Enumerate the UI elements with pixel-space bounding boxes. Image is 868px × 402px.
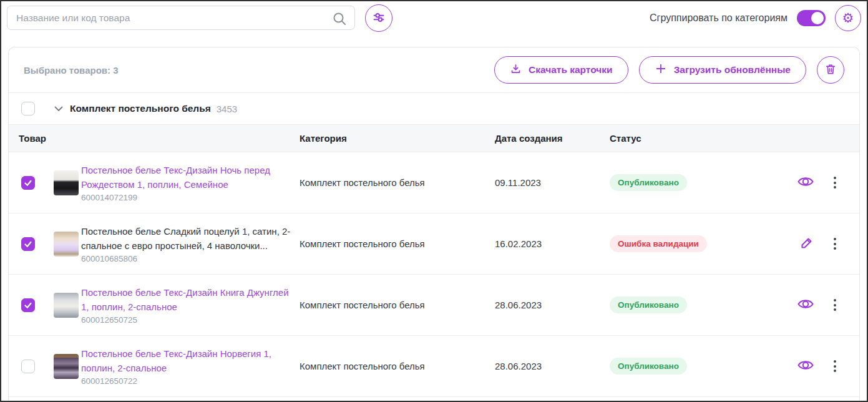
settings-button[interactable]: ⚙ bbox=[835, 5, 861, 31]
product-thumbnail[interactable] bbox=[54, 293, 79, 318]
row-checkbox[interactable] bbox=[21, 298, 35, 312]
product-thumbnail[interactable] bbox=[54, 170, 79, 195]
product-title-link[interactable]: Постельное белье Текс-Дизайн Книга Джунг… bbox=[81, 285, 291, 315]
column-header-status: Статус bbox=[610, 133, 753, 144]
topbar-right: Сгруппировать по категориям ⚙ bbox=[650, 5, 861, 31]
chevron-down-icon[interactable] bbox=[54, 106, 63, 112]
product-category: Комплект постельного белья bbox=[300, 361, 495, 371]
product-title-link[interactable]: Постельное белье Текс-Дизайн Норвегия 1,… bbox=[81, 346, 291, 376]
kebab-dot bbox=[834, 238, 836, 240]
view-button[interactable] bbox=[797, 175, 814, 190]
bulk-actions: Скачать карточки Загрузить обновлённые bbox=[494, 56, 844, 84]
group-checkbox[interactable] bbox=[21, 102, 35, 115]
product-title-link[interactable]: Постельное белье Сладкий поцелуй 1, сати… bbox=[81, 224, 291, 253]
status-badge: Опубликовано bbox=[610, 174, 687, 191]
product-title-cell: Постельное белье Текс-Дизайн Норвегия 1,… bbox=[80, 346, 300, 386]
row-menu-button[interactable] bbox=[831, 237, 839, 251]
product-title-link[interactable]: Постельное белье Текс-Дизайн Ночь перед … bbox=[81, 163, 291, 192]
row-menu-button[interactable] bbox=[831, 298, 839, 312]
bulk-actions-bar: Выбрано товаров: 3 Скачать карточки Загр… bbox=[9, 47, 859, 93]
upload-updated-label: Загрузить обновлённые bbox=[674, 64, 791, 76]
column-header-date: Дата создания bbox=[495, 133, 610, 144]
table-body: Постельное белье Текс-Дизайн Ночь перед … bbox=[9, 152, 859, 397]
product-category: Комплект постельного белья bbox=[300, 238, 495, 249]
kebab-dot bbox=[834, 243, 836, 245]
column-header-product: Товар bbox=[9, 133, 300, 144]
product-code: 600010685806 bbox=[81, 254, 300, 263]
view-button[interactable] bbox=[797, 297, 814, 313]
row-actions bbox=[753, 235, 859, 252]
table-row: Постельное белье Сладкий поцелуй 1, сати… bbox=[9, 213, 859, 275]
selected-count: Выбрано товаров: 3 bbox=[24, 65, 119, 76]
eye-icon bbox=[797, 297, 814, 313]
row-checkbox[interactable] bbox=[21, 360, 35, 373]
product-date: 09.11.2023 bbox=[495, 177, 610, 188]
group-toggle-label: Сгруппировать по категориям bbox=[650, 12, 788, 24]
product-thumbnail[interactable] bbox=[54, 232, 79, 257]
thumbnail-cell bbox=[47, 293, 80, 318]
toggle-knob bbox=[811, 12, 824, 24]
upload-updated-button[interactable]: Загрузить обновлённые bbox=[639, 56, 806, 84]
products-card: Выбрано товаров: 3 Скачать карточки Загр… bbox=[8, 47, 860, 401]
product-title-cell: Постельное белье Сладкий поцелуй 1, сати… bbox=[80, 224, 300, 264]
status-cell: Ошибка валидации bbox=[610, 235, 753, 252]
product-title-cell: Постельное белье Текс-Дизайн Ночь перед … bbox=[80, 163, 300, 203]
product-date: 28.06.2023 bbox=[495, 361, 610, 371]
eye-icon bbox=[797, 175, 814, 190]
row-menu-button[interactable] bbox=[831, 359, 839, 373]
download-icon bbox=[510, 63, 522, 77]
column-header-category: Категория bbox=[300, 133, 495, 144]
status-cell: Опубликовано bbox=[610, 297, 753, 313]
status-badge: Ошибка валидации bbox=[610, 235, 707, 252]
row-checkbox[interactable] bbox=[21, 176, 35, 190]
product-title-cell: Постельное белье Текс-Дизайн Книга Джунг… bbox=[80, 285, 300, 325]
product-category: Комплект постельного белья bbox=[300, 300, 495, 310]
row-actions bbox=[753, 358, 859, 374]
row-checkbox-cell bbox=[9, 360, 47, 373]
pencil-icon bbox=[799, 235, 814, 252]
download-cards-button[interactable]: Скачать карточки bbox=[494, 56, 628, 84]
kebab-dot bbox=[834, 304, 836, 306]
kebab-dot bbox=[834, 370, 836, 372]
category-group-count: 3453 bbox=[217, 104, 237, 114]
table-row: Постельное белье Текс-Дизайн Норвегия 1,… bbox=[9, 336, 859, 397]
topbar: Сгруппировать по категориям ⚙ bbox=[1, 1, 867, 44]
category-group-name[interactable]: Комплект постельного белья bbox=[70, 103, 211, 114]
product-date: 28.06.2023 bbox=[495, 300, 610, 310]
search-box bbox=[7, 6, 355, 30]
sliders-icon bbox=[371, 9, 387, 27]
thumbnail-cell bbox=[47, 232, 80, 257]
status-cell: Опубликовано bbox=[610, 358, 753, 375]
kebab-dot bbox=[834, 247, 836, 250]
table-row: Постельное белье Текс-Дизайн Ночь перед … bbox=[9, 152, 859, 213]
product-code: 600012650722 bbox=[81, 376, 300, 386]
plus-icon bbox=[655, 62, 667, 77]
row-menu-button[interactable] bbox=[831, 175, 839, 190]
eye-icon bbox=[797, 358, 814, 374]
status-badge: Опубликовано bbox=[610, 358, 687, 375]
row-actions bbox=[753, 297, 859, 313]
search-icon bbox=[332, 11, 347, 29]
kebab-dot bbox=[834, 182, 836, 184]
trash-icon bbox=[824, 63, 837, 77]
kebab-dot bbox=[834, 186, 836, 189]
product-date: 16.02.2023 bbox=[495, 238, 610, 249]
search-input[interactable] bbox=[16, 12, 327, 24]
view-button[interactable] bbox=[797, 358, 814, 374]
edit-button[interactable] bbox=[799, 235, 814, 252]
row-checkbox-cell bbox=[9, 237, 47, 251]
row-checkbox[interactable] bbox=[21, 237, 35, 251]
row-checkbox-cell bbox=[9, 298, 47, 312]
gear-icon: ⚙ bbox=[842, 12, 854, 25]
product-code: 600012650725 bbox=[81, 315, 300, 325]
kebab-dot bbox=[834, 177, 836, 179]
kebab-dot bbox=[834, 308, 836, 311]
filters-button[interactable] bbox=[365, 4, 393, 32]
category-group-row: Комплект постельного белья 3453 bbox=[9, 93, 859, 124]
product-category: Комплект постельного белья bbox=[300, 177, 495, 188]
product-thumbnail[interactable] bbox=[54, 354, 79, 379]
delete-selected-button[interactable] bbox=[817, 56, 844, 84]
status-badge: Опубликовано bbox=[610, 297, 687, 313]
group-by-category-toggle[interactable] bbox=[797, 10, 826, 26]
row-actions bbox=[753, 175, 859, 190]
